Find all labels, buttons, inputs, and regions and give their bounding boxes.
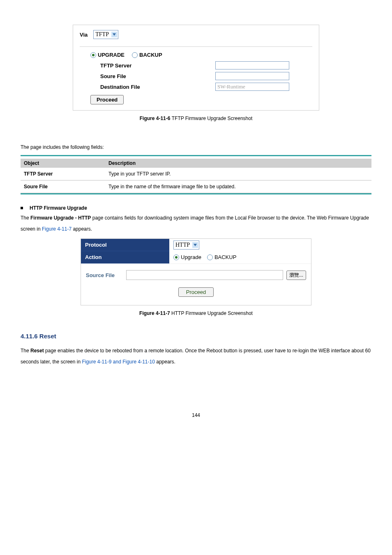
table-header-description: Description xyxy=(105,159,371,168)
radio-backup[interactable]: BACKUP xyxy=(207,254,236,260)
protocol-select[interactable]: HTTP xyxy=(173,240,199,250)
bullet-http-upgrade-text: HTTP Firmware Upgrade xyxy=(30,205,87,211)
reset-paragraph-t3: appears. xyxy=(156,359,175,365)
http-firmware-panel: Protocol HTTP Action Upgrade BACKUP Sou xyxy=(81,238,311,305)
destination-file-row: Destination File xyxy=(80,83,312,91)
figure-caption-1-prefix: Figure 4-11-6 xyxy=(140,116,172,121)
table-header-object: Object xyxy=(21,159,105,168)
page-number: 144 xyxy=(21,412,371,418)
protocol-label: Protocol xyxy=(81,239,169,251)
fields-intro: The page includes the following fields: xyxy=(21,142,371,153)
http-source-file-input[interactable] xyxy=(126,270,283,280)
source-file-input[interactable] xyxy=(215,72,289,80)
protocol-select-value: HTTP xyxy=(175,242,192,248)
table-cell-description: Type in the name of the firmware image f… xyxy=(105,180,371,193)
action-row: Action Upgrade BACKUP xyxy=(81,251,311,264)
section-heading-reset: 4.11.6 Reset xyxy=(21,333,371,340)
radio-dot-icon xyxy=(132,52,138,58)
reset-paragraph-t1: The xyxy=(21,348,30,354)
radio-upgrade[interactable]: UPGRADE xyxy=(90,52,125,58)
proceed-button[interactable]: Proceed xyxy=(90,95,124,104)
reset-paragraph: The Reset page enables the device to be … xyxy=(21,345,371,367)
radio-backup-label: BACKUP xyxy=(214,254,236,260)
figure-link-4-11-9-10[interactable]: Figure 4-11-9 and Figure 4-11-10 xyxy=(82,359,154,365)
http-paragraph-t3: appears. xyxy=(73,226,92,232)
table-row: Soure File Type in the name of the firmw… xyxy=(21,180,371,193)
figure-link-4-11-7[interactable]: Figure 4-11-7 xyxy=(42,226,71,232)
figure-caption-2: Figure 4-11-7 HTTP Firmware Upgrade Scre… xyxy=(21,310,371,316)
tftp-server-row: TFTP Server xyxy=(80,61,312,69)
tftp-action-radio-group: UPGRADE BACKUP xyxy=(80,52,312,58)
action-label: Action xyxy=(81,251,169,264)
field-description-table: Object Description TFTP Server Type in y… xyxy=(21,155,371,194)
http-source-file-label: Source File xyxy=(86,272,123,278)
radio-upgrade[interactable]: Upgrade xyxy=(173,254,201,260)
table-cell-description: Type in your TFTP server IP. xyxy=(105,168,371,180)
svg-marker-0 xyxy=(113,33,116,36)
browse-button[interactable]: 瀏覽... xyxy=(286,271,306,280)
http-source-file-row: Source File 瀏覽... xyxy=(86,270,306,280)
via-label: Via xyxy=(80,32,88,38)
tftp-server-label: TFTP Server xyxy=(100,62,215,69)
radio-backup[interactable]: BACKUP xyxy=(132,52,162,58)
table-cell-object: Soure File xyxy=(21,180,105,193)
radio-dot-icon xyxy=(207,254,213,260)
via-row: Via TFTP xyxy=(80,30,312,46)
svg-marker-1 xyxy=(194,244,197,246)
tftp-firmware-panel: Via TFTP UPGRADE BACKUP TFTP Server Sour… xyxy=(73,25,319,111)
destination-file-label: Destination File xyxy=(100,84,215,90)
destination-file-input[interactable] xyxy=(215,83,289,91)
tftp-server-input[interactable] xyxy=(215,61,289,69)
reset-paragraph-t2: page enables the device to be rebooted f… xyxy=(21,348,371,364)
figure-caption-1-text: TFTP Firmware Upgrade Screenshot xyxy=(172,116,253,121)
source-file-row: Soure File xyxy=(80,72,312,80)
radio-backup-label: BACKUP xyxy=(139,52,162,58)
via-select-value: TFTP xyxy=(95,31,111,38)
radio-upgrade-label: Upgrade xyxy=(181,254,201,260)
http-paragraph-t1: The xyxy=(21,215,30,221)
http-proceed-button[interactable]: Proceed xyxy=(178,287,214,297)
divider xyxy=(80,46,312,47)
http-paragraph-bold: Firmware Upgrade - HTTP xyxy=(30,215,91,221)
radio-dot-icon xyxy=(173,254,179,260)
chevron-down-icon xyxy=(192,242,198,248)
radio-dot-icon xyxy=(90,52,96,58)
reset-paragraph-bold: Reset xyxy=(30,348,44,354)
chevron-down-icon xyxy=(111,32,117,37)
http-action-radio-group: Upgrade BACKUP xyxy=(169,251,311,264)
figure-caption-2-prefix: Figure 4-11-7 xyxy=(139,310,171,316)
http-paragraph: The Firmware Upgrade - HTTP page contain… xyxy=(21,213,371,234)
table-cell-object: TFTP Server xyxy=(21,168,105,180)
square-bullet-icon xyxy=(21,207,23,209)
via-select[interactable]: TFTP xyxy=(93,30,118,39)
radio-upgrade-label: UPGRADE xyxy=(98,52,125,58)
table-row: TFTP Server Type in your TFTP server IP. xyxy=(21,168,371,180)
figure-caption-2-text: HTTP Firmware Upgrade Screenshot xyxy=(171,310,253,316)
protocol-row: Protocol HTTP xyxy=(81,239,311,251)
source-file-label: Soure File xyxy=(100,73,215,79)
bullet-http-upgrade: HTTP Firmware Upgrade xyxy=(21,205,371,211)
figure-caption-1: Figure 4-11-6 TFTP Firmware Upgrade Scre… xyxy=(21,116,371,121)
